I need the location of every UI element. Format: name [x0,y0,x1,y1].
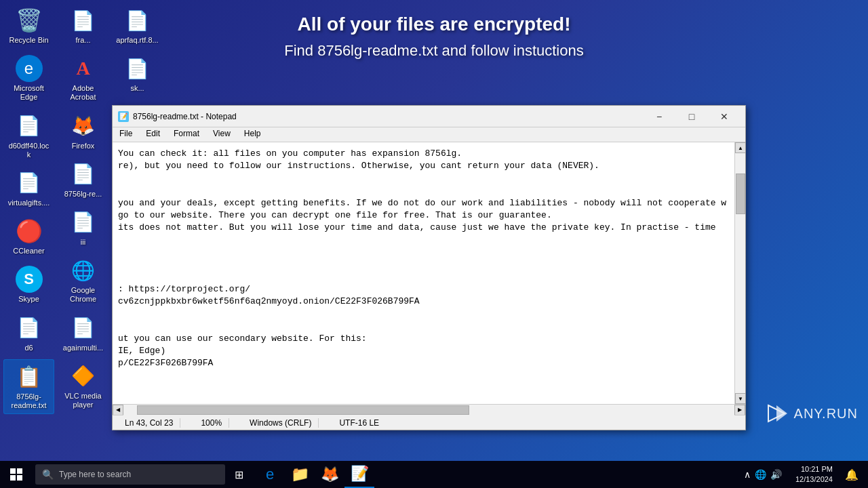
taskbar-explorer-app[interactable]: 📁 [285,461,315,488]
speaker-icon[interactable]: 🔊 [770,469,782,480]
notepad-menubar: File Edit Format View Help [113,127,745,142]
aprfaq-icon: 📄 [124,7,151,34]
icon-aprfaq[interactable]: 📄 aprfaq.rtf.8... [112,3,163,48]
icon-aprfaq-label: aprfaq.rtf.8... [116,36,158,45]
task-view-button[interactable]: ⊞ [225,461,252,488]
notepad-title: 8756lg-readme.txt - Notepad [133,112,644,121]
svg-rect-5 [17,475,22,481]
clock-time: 10:21 PM [795,464,833,474]
icon-skype-label: Skype [18,295,39,304]
icon-google-chrome[interactable]: 🌐 Google Chrome [58,253,108,307]
icon-readme-selected[interactable]: 📋 8756lg-readme.txt [3,359,54,414]
icon-iii-label: iii [81,238,85,247]
taskbar-search-box[interactable]: 🔍 Type here to search [35,464,225,485]
scrollbar-thumb-h[interactable] [137,405,469,415]
icon-acrobat-label: Adobe Acrobat [61,84,105,102]
icon-firefox-label: Firefox [72,142,95,150]
notification-button[interactable]: 🔔 [841,468,863,481]
svg-rect-3 [17,468,22,474]
scroll-up-button[interactable]: ▲ [735,142,745,153]
anyrun-logo-icon [763,400,790,427]
icon-edge-label: Microsoft Edge [7,84,51,102]
menu-file[interactable]: File [113,127,139,142]
icon-readme-label: 8756lg-readme.txt [7,392,50,410]
menu-edit[interactable]: Edit [139,127,167,142]
icon-8756lg[interactable]: 📄 8756lg-re... [58,157,108,202]
line-ending: Windows (CRLF) [243,418,319,428]
search-icon: 🔍 [42,469,54,480]
d60-file-icon: 📄 [16,113,43,140]
scrollbar-track-v[interactable] [735,153,745,393]
system-clock[interactable]: 10:21 PM 12/13/2024 [790,464,838,485]
svg-rect-4 [10,475,16,481]
chrome-icon: 🌐 [70,257,97,284]
icon-fra[interactable]: 📄 fra... [58,3,108,48]
svg-marker-1 [776,405,787,422]
anyrun-text: ANY.RUN [794,406,858,422]
taskbar-firefox-icon: 🦊 [321,466,339,483]
close-button[interactable]: ✕ [709,107,740,126]
taskbar-notepad-app[interactable]: 📝 [344,461,374,488]
icon-ccleaner[interactable]: 🔴 CCleaner [3,214,54,259]
taskbar: 🔍 Type here to search ⊞ e 📁 🦊 📝 ∧ 🌐 🔊 10… [0,461,868,488]
icon-d60-label: d60dff40.lock [7,142,51,159]
menu-format[interactable]: Format [167,127,206,142]
system-tray-icons: ∧ 🌐 🔊 [738,461,787,488]
minimize-button[interactable]: − [644,107,675,126]
icon-vlc[interactable]: 🔶 VLC media player [58,359,108,413]
encoding: UTF-16 LE [332,418,386,428]
recycle-bin-icon: 🗑️ [16,7,43,34]
icon-recycle-bin[interactable]: 🗑️ Recycle Bin [3,3,54,48]
clock-date: 12/13/2024 [795,474,833,485]
icon-d60-lock[interactable]: 📄 d60dff40.lock [3,109,54,163]
icon-firefox[interactable]: 🦊 Firefox [58,109,108,154]
maximize-button[interactable]: □ [676,107,707,126]
network-icon[interactable]: 🌐 [755,469,766,480]
sk-icon: 📄 [124,55,151,82]
icon-vlc-label: VLC media player [61,392,105,409]
anyrun-watermark: ANY.RUN [763,400,858,427]
icon-d-file[interactable]: 📄 d6 [3,311,54,356]
notepad-app-icon: 📝 [118,111,129,122]
icon-againmulti[interactable]: 📄 againmulti... [58,311,108,356]
scroll-down-button[interactable]: ▼ [735,393,745,404]
readme-icon: 📋 [16,363,43,390]
icon-adobe-acrobat[interactable]: A Adobe Acrobat [58,52,108,105]
scrollbar-thumb-v[interactable] [736,174,745,214]
scrollbar-vertical[interactable]: ▲ ▼ [734,142,745,404]
taskbar-explorer-icon: 📁 [291,466,309,483]
taskbar-firefox-app[interactable]: 🦊 [315,461,344,488]
cursor-position: Ln 43, Col 23 [118,418,180,428]
icon-skype[interactable]: S Skype [3,262,54,307]
taskbar-apps: e 📁 🦊 📝 [255,461,374,488]
zoom-level: 100% [194,418,229,428]
taskbar-edge-app[interactable]: e [255,461,285,488]
againmulti-icon: 📄 [70,314,97,342]
scrollbar-track-h[interactable] [123,405,734,415]
firefox-icon: 🦊 [70,113,97,140]
icon-chrome-label: Google Chrome [61,286,105,304]
notepad-text[interactable]: You can check it: all files on you compu… [113,142,734,404]
skype-icon: S [16,266,43,293]
icon-iii[interactable]: 📄 iii [58,205,108,250]
scrollbar-horizontal[interactable]: ◀ ▶ [113,404,745,415]
taskbar-notepad-icon: 📝 [351,465,369,483]
ccleaner-icon: 🔴 [16,218,43,245]
start-button[interactable] [0,461,33,488]
fra-icon: 📄 [70,7,97,34]
menu-help[interactable]: Help [237,127,268,142]
icon-8756lg-label: 8756lg-re... [64,190,102,199]
icon-virtualgifts[interactable]: 📄 virtualgifts.... [3,166,54,211]
icon-sk[interactable]: 📄 sk... [112,52,163,96]
d-file-icon: 📄 [16,314,43,342]
scroll-right-button[interactable]: ▶ [734,405,745,415]
notepad-content-area: You can check it: all files on you compu… [113,142,745,404]
icon-microsoft-edge[interactable]: e Microsoft Edge [3,52,54,105]
notepad-window: 📝 8756lg-readme.txt - Notepad − □ ✕ File… [112,105,746,430]
scroll-left-button[interactable]: ◀ [113,405,123,415]
desktop: All of your files are encrypted! Find 87… [0,0,868,461]
icon-fra-label: fra... [75,36,90,45]
menu-view[interactable]: View [206,127,237,142]
8756lg-icon: 📄 [70,161,97,188]
show-hidden-icon[interactable]: ∧ [744,469,751,480]
